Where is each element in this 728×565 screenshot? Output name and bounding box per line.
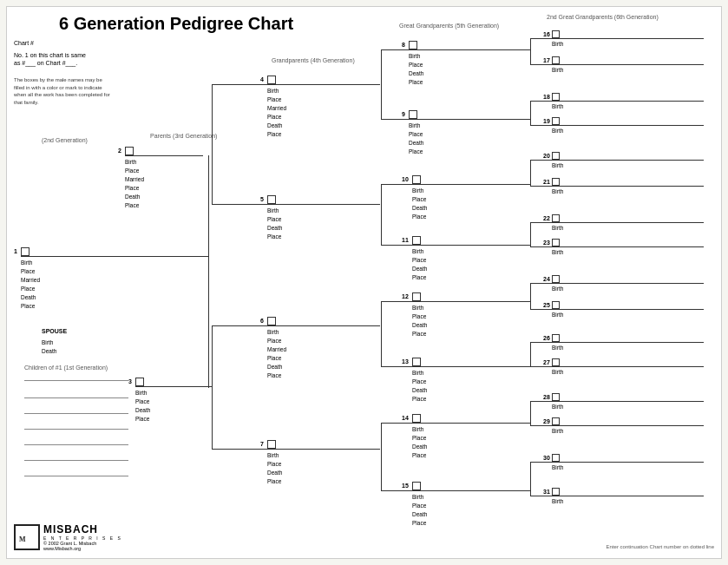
logo-name: MISBACH: [43, 523, 122, 535]
person27-box: [552, 358, 560, 366]
person27-nameline: [552, 366, 704, 367]
person7-num: 7: [260, 441, 264, 447]
person20-fields: Birth: [552, 162, 563, 168]
person6-nameline: [267, 325, 380, 326]
logo-text-area: MISBACH E N T E R P R I S E S © 2002 Gra…: [43, 523, 122, 551]
person27-fields: Birth: [552, 369, 563, 375]
person21-num: 21: [543, 179, 550, 185]
person9-fields: BirthPlaceDeathPlace: [409, 122, 423, 156]
h-line-9-18: [530, 101, 553, 102]
v-line-1-2: [208, 155, 209, 257]
child-line6: [24, 460, 128, 461]
h-line-15-30: [530, 462, 553, 463]
person28-fields: Birth: [552, 404, 563, 410]
child-line7: [24, 476, 128, 476]
h-line-1-2: [134, 256, 209, 257]
h-line-1-3: [144, 386, 213, 387]
person6-fields: BirthPlaceMarriedPlaceDeathPlace: [267, 328, 286, 380]
person1-num: 1: [14, 248, 17, 254]
v-line-3-67: [212, 325, 213, 450]
person8-fields: BirthPlaceDeathPlace: [409, 52, 423, 87]
person29-box: [552, 417, 560, 425]
h-line-10-21: [530, 186, 553, 187]
h-line-4-8: [381, 49, 410, 50]
person24-nameline: [552, 283, 704, 284]
person22-box: [552, 214, 560, 222]
person24-fields: Birth: [552, 286, 563, 292]
v-line-7-1415: [381, 423, 382, 491]
v-line-12-2425: [530, 283, 531, 310]
h-line-10-20: [530, 160, 553, 161]
person21-nameline: [552, 186, 704, 187]
gen6-label: 2nd Great Grandparents (6th Generation): [547, 14, 659, 20]
person20-box: [552, 152, 560, 160]
v-line-8-1617: [530, 38, 531, 65]
person30-fields: Birth: [552, 464, 563, 470]
person6-box: [267, 317, 276, 325]
children-label: Children of #1 (1st Generation): [24, 365, 108, 371]
person25-fields: Birth: [552, 312, 563, 318]
person18-nameline: [552, 101, 704, 102]
note1: No. 1 on this chart is same: [14, 52, 86, 58]
person18-num: 18: [543, 94, 550, 100]
h-line-9-19: [530, 125, 553, 126]
h-line-6-13: [381, 366, 413, 367]
person31-nameline: [552, 496, 704, 496]
v-line-13-2627: [530, 342, 531, 367]
person22-fields: Birth: [552, 225, 563, 231]
person13-box: [412, 358, 421, 366]
person5-num: 5: [260, 196, 264, 202]
person2-num: 2: [118, 148, 121, 154]
person3-box: [135, 378, 144, 386]
logo-url: www.Misbach.org: [43, 546, 122, 551]
person3-num: 3: [128, 378, 132, 384]
person13-nameline: [412, 366, 530, 367]
person8-num: 8: [402, 42, 405, 48]
person4-nameline: [267, 84, 380, 85]
person22-nameline: [552, 222, 704, 223]
h-line-2-4: [212, 84, 268, 85]
person19-nameline: [552, 125, 704, 126]
spouse-label: SPOUSE: [42, 328, 67, 334]
person7-nameline: [267, 449, 380, 450]
person21-fields: Birth: [552, 188, 563, 194]
person14-fields: BirthPlaceDeathPlace: [412, 425, 427, 460]
person5-box: [267, 195, 276, 204]
v-line-10-2021: [530, 160, 531, 187]
child-line1: [24, 380, 128, 381]
person17-fields: Birth: [552, 67, 563, 73]
h-line-15-31: [530, 496, 553, 496]
note2: The boxes by the male names may be fille…: [14, 76, 114, 107]
person29-fields: Birth: [552, 428, 563, 434]
h-line-6-12: [381, 301, 413, 302]
person15-nameline: [412, 490, 530, 491]
h-line-7-15: [381, 490, 413, 491]
person10-nameline: [412, 184, 530, 185]
h-line-11-23: [530, 246, 553, 247]
person25-nameline: [552, 309, 704, 310]
person15-box: [412, 482, 421, 490]
v-line-6-1213: [381, 301, 382, 367]
person29-num: 29: [543, 418, 550, 424]
person7-fields: BirthPlaceDeathPlace: [267, 451, 282, 486]
note1b: as #___ on Chart #___.: [14, 60, 77, 66]
person12-num: 12: [402, 293, 409, 299]
child-line5: [24, 444, 128, 445]
person1-box: [21, 247, 30, 256]
h-line-7-14: [381, 423, 413, 424]
h-line-13-26: [530, 342, 553, 343]
person15-num: 15: [402, 483, 409, 489]
person12-nameline: [412, 301, 530, 302]
continuation-label: Enter continuation Chart number on dotte…: [558, 544, 714, 549]
chart-number-label: Chart #: [14, 40, 34, 46]
person11-nameline: [412, 245, 530, 246]
person19-box: [552, 117, 560, 125]
person16-box: [552, 30, 560, 38]
person28-nameline: [552, 401, 704, 402]
person6-num: 6: [260, 318, 264, 324]
gen4-label: Grandparents (4th Generation): [272, 57, 355, 63]
person12-fields: BirthPlaceDeathPlace: [412, 304, 427, 338]
person5-fields: BirthPlaceDeathPlace: [267, 207, 282, 241]
gen3-label: Parents (3rd Generation): [150, 133, 217, 139]
person11-box: [412, 236, 421, 245]
